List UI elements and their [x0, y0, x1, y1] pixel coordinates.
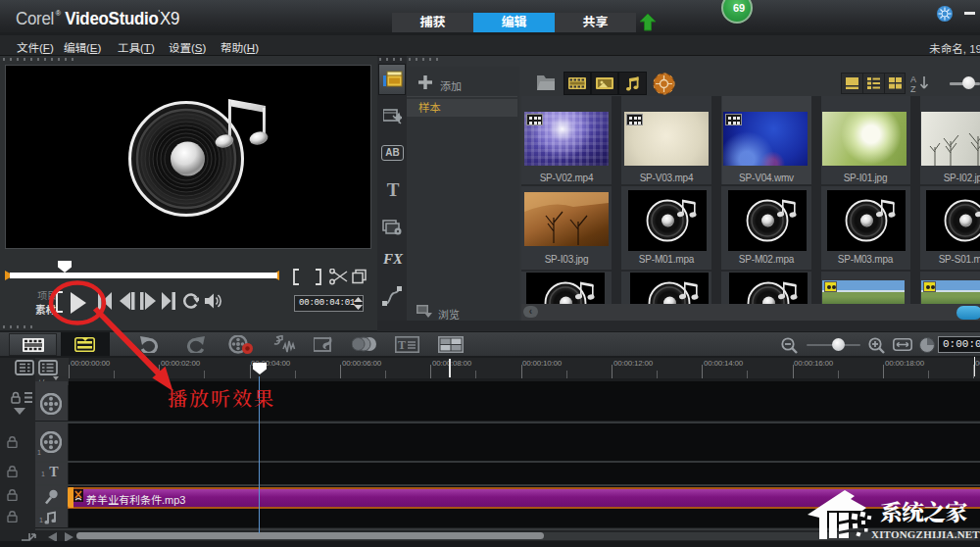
svg-text:A: A — [910, 75, 916, 84]
svg-text:Z: Z — [910, 84, 916, 93]
svg-text:T: T — [398, 338, 406, 352]
